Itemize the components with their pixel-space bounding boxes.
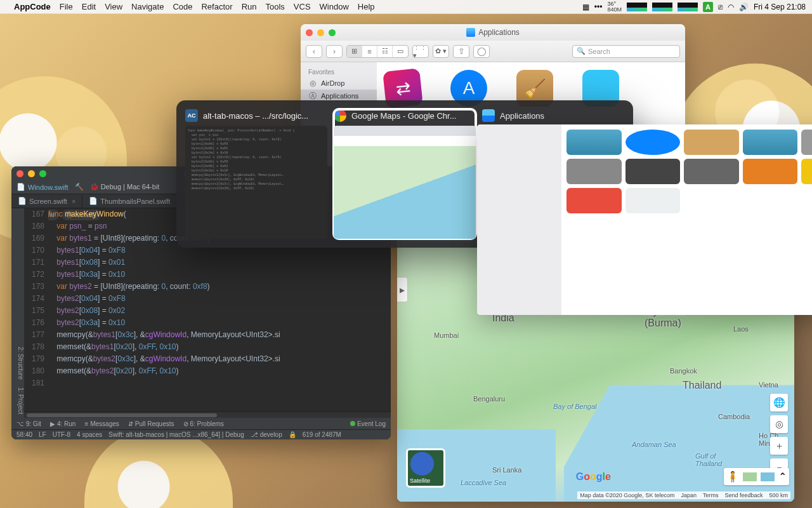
- map-label: Vietna: [759, 381, 778, 389]
- menu-file[interactable]: File: [60, 2, 73, 11]
- close-button[interactable]: [16, 170, 23, 177]
- google-logo: Google: [576, 471, 611, 483]
- window-thumbnail: [477, 124, 812, 315]
- alttab-switcher[interactable]: ACalt-tab-macos – .../src/logic... func …: [176, 100, 633, 248]
- tags-button[interactable]: ◯: [473, 45, 490, 58]
- macos-menubar: AppCode File Edit View Navigate Code Ref…: [0, 0, 812, 14]
- menu-code[interactable]: Code: [173, 2, 192, 11]
- alttab-window-item[interactable]: Google Maps - Google Chr...: [334, 109, 476, 239]
- zoom-button[interactable]: [329, 29, 336, 36]
- map-label: Sri Lanka: [492, 466, 521, 474]
- run-config[interactable]: 🐞 Debug | Mac 64-bit: [90, 183, 160, 191]
- volume-icon[interactable]: 🔊: [739, 3, 749, 11]
- map-footer-link[interactable]: Japan: [681, 492, 697, 498]
- menu-help[interactable]: Help: [358, 2, 375, 11]
- back-button[interactable]: ‹: [306, 45, 322, 58]
- git-branch[interactable]: ⎇ develop: [251, 431, 282, 438]
- project-tab[interactable]: 1: Project: [11, 387, 24, 414]
- action-menu[interactable]: ✿ ▾: [433, 45, 449, 58]
- finder-title: Applications: [478, 28, 520, 37]
- event-log[interactable]: Event Log: [350, 420, 386, 427]
- memory-indicator[interactable]: 619 of 2487M: [303, 431, 341, 438]
- istat-graph-icon[interactable]: [652, 3, 672, 11]
- indent[interactable]: 4 spaces: [77, 431, 102, 438]
- wifi-icon[interactable]: ◠: [728, 3, 734, 11]
- messages-tool[interactable]: ≡ Messages: [84, 420, 119, 427]
- map-attribution: Map data ©2020 Google, SK telecom: [580, 492, 674, 498]
- structure-tab[interactable]: 2: Structure: [11, 347, 24, 380]
- pegman-icon[interactable]: 🧍: [726, 471, 739, 483]
- map-scale: 500 km: [769, 492, 788, 498]
- menu-tools[interactable]: Tools: [265, 2, 284, 11]
- lock-icon[interactable]: 🔒: [289, 431, 296, 438]
- tool-window-tabs: 2: Structure 1: Project: [11, 208, 24, 418]
- run-tool[interactable]: ▶ 4: Run: [50, 420, 75, 427]
- map-footer-link[interactable]: Send feedback: [724, 492, 763, 498]
- finder-titlebar[interactable]: Applications: [301, 24, 685, 41]
- line-gutter: 167 168 169 170 171 172 173 174 175 176 …: [24, 208, 48, 418]
- target[interactable]: Swift: alt-tab-macos | macOS ...x86_64] …: [108, 431, 244, 438]
- menu-refactor[interactable]: Refactor: [201, 2, 232, 11]
- menubar-app-name[interactable]: AppCode: [14, 2, 51, 11]
- menu-navigate[interactable]: Navigate: [131, 2, 164, 11]
- istat-graph-icon[interactable]: [627, 3, 647, 11]
- close-icon[interactable]: ×: [72, 197, 75, 205]
- share-button[interactable]: ⇧: [453, 45, 469, 58]
- map-label: Laccadive Sea: [461, 479, 506, 486]
- group-segment[interactable]: ⋮⋮ ▾: [412, 45, 429, 58]
- istat-temp-icon[interactable]: 36° 840M: [607, 1, 622, 13]
- menu-view[interactable]: View: [105, 2, 122, 11]
- menu-extra-icon[interactable]: •••: [594, 3, 603, 11]
- airplay-icon[interactable]: ⎚: [718, 3, 723, 11]
- editor-tab[interactable]: 📄ThumbnailsPanel.swift: [82, 194, 177, 208]
- expand-icon[interactable]: ⌃: [778, 471, 787, 483]
- menu-extra-icon[interactable]: ▦: [582, 3, 589, 11]
- view-mode-segment[interactable]: ⊞≡☷▭: [346, 45, 409, 58]
- status-bar: 58:40 LF UTF-8 4 spaces Swift: alt-tab-m…: [11, 429, 391, 439]
- menu-window[interactable]: Window: [320, 2, 349, 11]
- map-label: Cambodia: [718, 413, 750, 420]
- forward-button[interactable]: ›: [326, 45, 343, 58]
- menubar-status-area: ▦ ••• 36° 840M A ⎚ ◠ 🔊 Fri 4 Sep 21:08: [582, 1, 806, 13]
- menu-vcs[interactable]: VCS: [294, 2, 311, 11]
- layers-button[interactable]: 🌐: [770, 394, 788, 411]
- minimize-button[interactable]: [317, 29, 324, 36]
- airdrop-icon: ◎: [308, 79, 317, 88]
- side-panel-handle[interactable]: ▸: [397, 277, 408, 302]
- zoom-in-button[interactable]: ＋: [770, 437, 788, 455]
- close-button[interactable]: [306, 29, 313, 36]
- map-label: Laos: [733, 325, 749, 333]
- scrollbar-thumb[interactable]: [27, 413, 217, 417]
- alttab-window-item[interactable]: ACalt-tab-macos – .../src/logic... func …: [185, 109, 327, 239]
- map-label: Thailand: [683, 380, 721, 391]
- git-tool[interactable]: ⌥ 9: Git: [16, 420, 41, 427]
- horizontal-scrollbar[interactable]: [24, 411, 391, 418]
- map-label: Bay of Bengal: [553, 403, 597, 410]
- menu-run[interactable]: Run: [242, 2, 257, 11]
- zoom-button[interactable]: [39, 170, 46, 177]
- pull-requests-tool[interactable]: ⇵ Pull Requests: [128, 420, 174, 427]
- map-footer-link[interactable]: Terms: [703, 492, 719, 498]
- problems-tool[interactable]: ⊘ 6: Problems: [183, 420, 224, 427]
- finder-search[interactable]: 🔍Search: [572, 45, 680, 58]
- cursor-position[interactable]: 58:40: [16, 431, 32, 438]
- minimize-button[interactable]: [28, 170, 35, 177]
- finder-toolbar: ‹ › ⊞≡☷▭ ⋮⋮ ▾ ✿ ▾ ⇧ ◯ 🔍Search: [301, 41, 685, 62]
- map-footer: Map data ©2020 Google, SK telecom Japan …: [577, 491, 790, 499]
- current-file[interactable]: 📄 Window.swift: [16, 183, 69, 191]
- alttab-menubar-icon[interactable]: A: [703, 2, 713, 12]
- editor-tab[interactable]: 📄Screen.swift×: [11, 194, 82, 208]
- my-location-button[interactable]: ◎: [770, 415, 788, 433]
- build-icon[interactable]: 🔨: [75, 183, 84, 191]
- encoding[interactable]: UTF-8: [53, 431, 70, 438]
- istat-graph-icon[interactable]: [678, 3, 698, 11]
- menubar-clock[interactable]: Fri 4 Sep 21:08: [754, 3, 806, 11]
- sidebar-item-airdrop[interactable]: ◎AirDrop: [301, 77, 377, 90]
- finder-icon: [482, 109, 495, 122]
- map-label: Mumbai: [434, 331, 459, 339]
- street-view-launcher[interactable]: 🧍⌃: [724, 468, 789, 485]
- menu-edit[interactable]: Edit: [82, 2, 96, 11]
- line-separator[interactable]: LF: [39, 431, 46, 438]
- satellite-toggle[interactable]: Satellite: [406, 448, 445, 488]
- alttab-window-item[interactable]: Applications: [482, 109, 624, 239]
